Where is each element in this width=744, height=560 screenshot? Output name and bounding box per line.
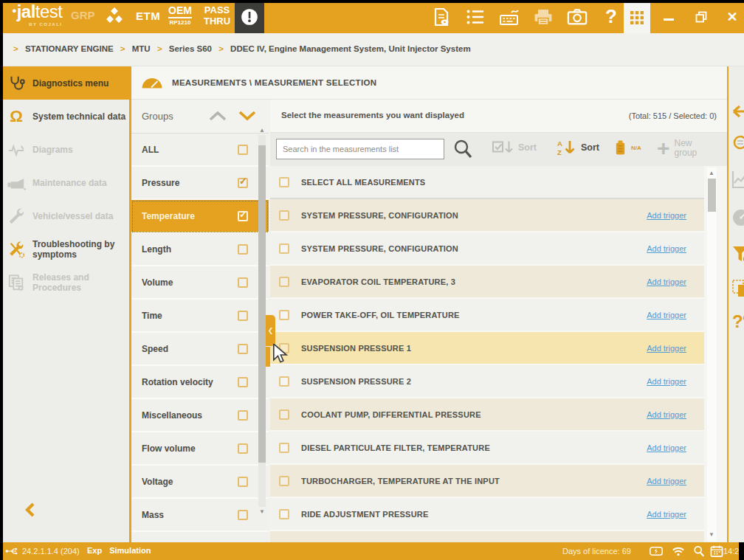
group-checkbox[interactable] — [238, 443, 248, 454]
group-checkbox[interactable] — [238, 244, 248, 255]
group-checkbox[interactable] — [238, 145, 248, 155]
etm-button[interactable]: ETM — [136, 10, 160, 22]
pass-thru-button[interactable]: PASS THRU — [204, 5, 230, 27]
scroll-up-icon[interactable]: ▲ — [708, 169, 715, 178]
measurement-row[interactable]: EVAPORATOR COIL TEMPERATURE, 4Add trigge… — [270, 531, 704, 542]
group-item[interactable]: Flow volume — [131, 432, 269, 466]
measurement-row[interactable]: COOLANT PUMP, DIFFERENTIAL PRESSUREAdd t… — [270, 398, 704, 432]
interface-box-icon[interactable] — [650, 545, 663, 557]
camera-icon[interactable] — [567, 7, 588, 27]
scroll-up-icon[interactable]: ▲ — [258, 126, 266, 135]
measurement-row[interactable]: RIDE ADJUSTMENT PRESSUREAdd trigger — [270, 498, 704, 531]
groups-scrollbar[interactable]: ▲ ▼ — [258, 135, 266, 507]
panel-collapse-handle[interactable]: ❮ — [266, 315, 275, 346]
add-trigger-link[interactable]: Add trigger — [647, 477, 686, 485]
minimize-icon[interactable] — [654, 0, 683, 33]
measurement-checkbox[interactable] — [279, 243, 289, 254]
sidebar-item-maintenance-data[interactable]: Maintenance data — [0, 166, 129, 199]
groups-scroll-thumb[interactable] — [258, 145, 266, 463]
group-item[interactable]: Speed — [131, 333, 269, 366]
copy-pages-icon[interactable] — [731, 279, 744, 300]
add-trigger-link[interactable]: Add trigger — [647, 244, 686, 253]
sidebar-item-system-technical-data[interactable]: Ω System technical data — [0, 100, 129, 133]
close-icon[interactable]: ✕ — [717, 0, 744, 33]
search-status-icon[interactable] — [692, 545, 706, 557]
group-checkbox[interactable] — [238, 344, 248, 354]
search-icon[interactable] — [453, 139, 472, 159]
oem-rp1210-button[interactable]: OEM RP1210 — [168, 5, 192, 26]
question-config-icon[interactable]: ? — [731, 311, 744, 332]
sort-az-button[interactable]: AZ Sort — [557, 139, 599, 156]
sidebar-item-vehicle-vessel-data[interactable]: Vehicle/vessel data — [0, 199, 129, 232]
group-checkbox[interactable] — [238, 178, 248, 188]
sidebar-item-releases-and-procedures[interactable]: Releases and Procedures — [0, 266, 129, 299]
group-checkbox[interactable] — [238, 377, 248, 387]
add-trigger-link[interactable]: Add trigger — [647, 344, 686, 353]
add-trigger-link[interactable]: Add trigger — [647, 410, 686, 419]
measurement-checkbox[interactable] — [279, 409, 289, 420]
chevron-up-icon[interactable] — [208, 110, 227, 123]
measurement-row[interactable]: POWER TAKE-OFF, OIL TEMPERATUREAdd trigg… — [270, 299, 704, 332]
add-trigger-link[interactable]: Add trigger — [647, 443, 686, 452]
scroll-down-icon[interactable]: ▼ — [258, 508, 266, 516]
breadcrumb-item-series-s60[interactable]: Series S60 — [169, 44, 212, 53]
group-item[interactable]: Pressure — [131, 167, 269, 200]
apps-grid-button[interactable] — [624, 2, 650, 33]
measurement-checkbox[interactable] — [279, 177, 289, 187]
cubes-icon[interactable] — [103, 6, 125, 28]
breadcrumb-item-stationary-engine[interactable]: STATIONARY ENGINE — [25, 44, 114, 53]
group-checkbox[interactable] — [238, 311, 248, 321]
list-scrollbar[interactable]: ▲ ▼ — [707, 167, 717, 541]
add-trigger-link[interactable]: Add trigger — [647, 377, 686, 386]
group-item[interactable]: Voltage — [131, 466, 269, 499]
sidebar-collapse-button[interactable] — [24, 502, 40, 519]
back-arrow-icon[interactable] — [731, 105, 744, 125]
grp-button[interactable]: GRP — [71, 9, 95, 21]
chevron-down-icon[interactable] — [238, 110, 257, 123]
measurement-checkbox[interactable] — [279, 310, 289, 320]
measurement-row[interactable]: DIESEL PARTICULATE FILTER, TEMPERATUREAd… — [270, 432, 704, 465]
group-item[interactable]: Length — [131, 233, 269, 266]
measurement-checkbox[interactable] — [279, 376, 289, 387]
group-checkbox[interactable] — [238, 211, 248, 221]
group-item[interactable]: Miscellaneous — [131, 399, 269, 432]
print-icon[interactable] — [533, 7, 554, 27]
measurement-row[interactable]: SUSPENSION PRESSURE 2Add trigger — [270, 365, 704, 398]
add-trigger-link[interactable]: Add trigger — [647, 311, 686, 319]
list-icon[interactable] — [465, 7, 486, 27]
filter-alert-icon[interactable]: ! — [731, 245, 744, 266]
search-input[interactable] — [276, 139, 444, 159]
sidebar-item-troubleshooting-by-symptoms[interactable]: Troubleshooting by symptoms — [0, 232, 129, 266]
calendar-icon[interactable] — [710, 545, 723, 557]
group-item[interactable]: Time — [131, 300, 269, 333]
measurement-row[interactable]: SELECT ALL MEASUREMENTS — [270, 166, 704, 199]
add-trigger-link[interactable]: Add trigger — [647, 277, 686, 286]
group-item[interactable]: ALL — [131, 134, 269, 167]
wifi-icon[interactable] — [672, 545, 685, 557]
measurement-checkbox[interactable] — [279, 210, 289, 221]
group-item-partial[interactable] — [131, 532, 269, 542]
group-item[interactable]: Rotation velocity — [131, 366, 269, 399]
list-scroll-thumb[interactable] — [708, 179, 716, 212]
group-item[interactable]: Mass — [131, 499, 269, 532]
measurement-row[interactable]: TURBOCHARGER, TEMPERATURE AT THE INPUTAd… — [270, 465, 704, 498]
add-trigger-link[interactable]: Add trigger — [647, 510, 686, 519]
breadcrumb-item-mtu[interactable]: MTU — [132, 44, 151, 53]
sidebar-item-diagrams[interactable]: Diagrams — [0, 133, 129, 166]
help-icon[interactable]: ? — [601, 7, 621, 27]
alert-button[interactable] — [235, 0, 264, 33]
sidebar-item-diagnostics-menu[interactable]: Diagnostics menu — [0, 66, 129, 100]
group-checkbox[interactable] — [238, 510, 248, 520]
measurement-row[interactable]: SYSTEM PRESSURE, CONFIGURATIONAdd trigge… — [270, 199, 704, 232]
zoom-search-icon[interactable] — [731, 134, 744, 155]
group-checkbox[interactable] — [238, 477, 248, 487]
group-item[interactable]: Volume — [131, 266, 269, 300]
battery-na-button[interactable]: N/A — [614, 139, 641, 156]
group-checkbox[interactable] — [238, 277, 248, 288]
report-icon[interactable] — [431, 7, 452, 27]
measurement-checkbox[interactable] — [279, 443, 289, 453]
measurement-row[interactable]: EVAPORATOR COIL TEMPERATURE, 3Add trigge… — [270, 266, 704, 299]
group-item[interactable]: Temperature — [131, 200, 269, 233]
new-group-button[interactable]: + New group — [657, 139, 706, 158]
group-checkbox[interactable] — [238, 410, 248, 421]
